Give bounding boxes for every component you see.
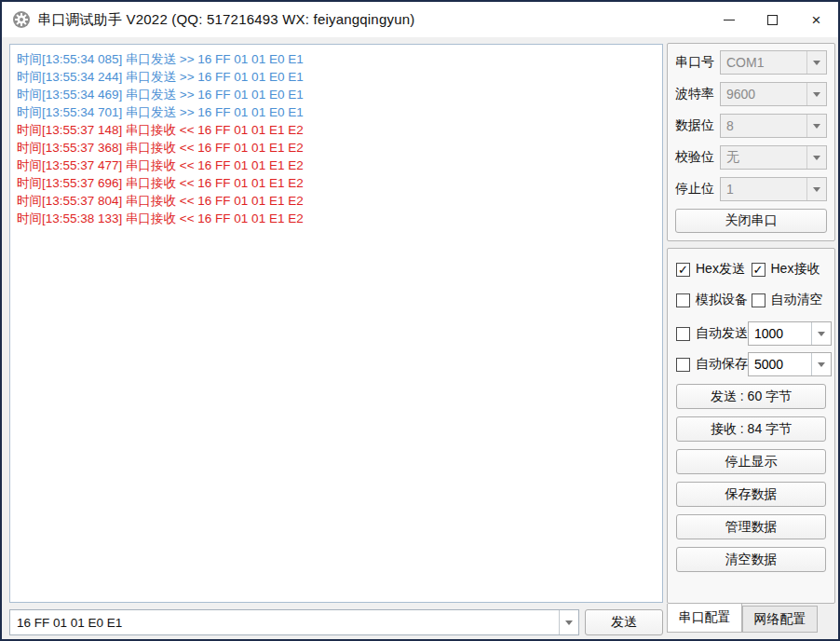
baudrate-dropdown-button <box>806 83 826 105</box>
auto-send-label: 自动发送 <box>696 325 748 342</box>
checkbox-icon <box>676 358 690 372</box>
baudrate-select[interactable]: 9600 <box>720 82 827 106</box>
log-line: 时间[13:55:37 368] 串口接收 << 16 FF 01 01 E1 … <box>17 139 656 157</box>
options-group: ✓Hex发送✓Hex接收模拟设备自动清空自动发送1000自动保存5000发送 :… <box>667 248 835 604</box>
stopbits-select[interactable]: 1 <box>720 177 827 201</box>
serial-setting-row: 数据位8 <box>675 114 827 138</box>
chevron-down-icon <box>813 187 820 192</box>
stopbits-value: 1 <box>721 182 806 197</box>
log-line: 时间[13:55:38 133] 串口接收 << 16 FF 01 01 E1 … <box>17 210 656 227</box>
port-select[interactable]: COM1 <box>720 50 827 75</box>
baudrate-value: 9600 <box>721 87 806 102</box>
auto-send-dropdown-button <box>811 322 831 345</box>
databits-select[interactable]: 8 <box>720 114 827 138</box>
save-data-button[interactable]: 保存数据 <box>676 482 826 507</box>
log-line: 时间[13:55:34 244] 串口发送 >> 16 FF 01 01 E0 … <box>17 68 656 86</box>
serial-setting-row: 串口号COM1 <box>675 50 827 75</box>
log-line: 时间[13:55:34 701] 串口发送 >> 16 FF 01 01 E0 … <box>17 103 656 121</box>
parity-dropdown-button <box>806 146 826 169</box>
auto-save-value: 5000 <box>749 357 811 372</box>
baudrate-label: 波特率 <box>675 86 720 102</box>
checkbox-icon <box>676 293 690 307</box>
serial-log-area[interactable]: 时间[13:55:34 085] 串口发送 >> 16 FF 01 01 E0 … <box>9 44 663 603</box>
minimize-button[interactable] <box>707 2 751 37</box>
parity-select[interactable]: 无 <box>720 145 827 170</box>
serial-settings-group: 串口号COM1波特率9600数据位8校验位无停止位1关闭串口 <box>667 43 835 241</box>
sent-count-button[interactable]: 发送 : 60 字节 <box>676 384 826 409</box>
tab-serial-config[interactable]: 串口配置 <box>667 604 742 633</box>
port-value: COM1 <box>721 55 806 70</box>
minimize-icon <box>724 20 735 20</box>
auto-clear-label: 自动清空 <box>771 292 823 308</box>
checkbox-row: ✓Hex发送✓Hex接收 <box>676 260 826 279</box>
chevron-down-icon <box>818 362 825 367</box>
log-line: 时间[13:55:37 804] 串口接收 << 16 FF 01 01 E1 … <box>17 192 656 210</box>
stopbits-dropdown-button <box>806 178 826 200</box>
maximize-icon <box>767 15 778 25</box>
checkbox-icon: ✓ <box>752 263 765 277</box>
manage-data-button[interactable]: 管理数据 <box>676 514 826 539</box>
auto-save-label: 自动保存 <box>696 356 748 373</box>
serial-setting-row: 停止位1 <box>675 177 827 201</box>
hex-recv-checkbox[interactable]: ✓Hex接收 <box>752 261 827 278</box>
stop-display-button[interactable]: 停止显示 <box>676 449 826 474</box>
stopbits-label: 停止位 <box>675 181 720 198</box>
auto-send-interval-select[interactable]: 1000 <box>748 321 832 346</box>
close-button[interactable]: × <box>794 2 838 37</box>
hex-recv-label: Hex接收 <box>771 261 820 278</box>
hex-send-checkbox[interactable]: ✓Hex发送 <box>676 261 752 278</box>
log-line: 时间[13:55:37 148] 串口接收 << 16 FF 01 01 E1 … <box>17 121 656 139</box>
log-line: 时间[13:55:37 477] 串口接收 << 16 FF 01 01 E1 … <box>17 157 656 174</box>
auto-save-checkbox[interactable]: 自动保存 <box>676 356 748 373</box>
checkbox-combo-row: 自动发送1000 <box>676 321 826 346</box>
send-data-combobox[interactable] <box>9 609 579 635</box>
databits-dropdown-button <box>806 115 826 137</box>
window-controls: × <box>707 2 838 37</box>
log-line: 时间[13:55:34 085] 串口发送 >> 16 FF 01 01 E0 … <box>17 50 656 68</box>
chevron-down-icon <box>813 92 820 97</box>
hex-send-label: Hex发送 <box>696 261 745 278</box>
port-dropdown-button <box>806 51 826 74</box>
checkbox-row: 模拟设备自动清空 <box>676 291 826 309</box>
chevron-down-icon <box>813 124 820 129</box>
parity-label: 校验位 <box>675 149 720 166</box>
recv-count-button[interactable]: 接收 : 84 字节 <box>676 416 826 442</box>
title-bar: 串口调试助手 V2022 (QQ: 517216493 WX: feiyangq… <box>2 2 838 37</box>
auto-save-dropdown-button <box>811 353 831 375</box>
send-button[interactable]: 发送 <box>585 609 663 635</box>
close-icon: × <box>812 12 821 28</box>
checkbox-icon <box>752 293 765 307</box>
app-window: 串口调试助手 V2022 (QQ: 517216493 WX: feiyangq… <box>0 0 840 641</box>
serial-setting-row: 校验位无 <box>675 145 827 170</box>
auto-save-interval-select[interactable]: 5000 <box>748 352 832 376</box>
send-data-input[interactable] <box>10 610 559 634</box>
chevron-down-icon <box>818 332 825 336</box>
chevron-down-icon <box>813 61 820 65</box>
window-title: 串口调试助手 V2022 (QQ: 517216493 WX: feiyangq… <box>37 11 414 29</box>
send-history-dropdown-button[interactable] <box>559 610 578 634</box>
app-gear-icon <box>13 11 30 28</box>
auto-clear-checkbox[interactable]: 自动清空 <box>752 292 827 308</box>
checkbox-icon: ✓ <box>676 263 690 277</box>
checkbox-icon <box>676 327 690 341</box>
sim-device-label: 模拟设备 <box>696 292 748 308</box>
databits-value: 8 <box>721 118 806 133</box>
checkbox-combo-row: 自动保存5000 <box>676 352 826 376</box>
port-label: 串口号 <box>675 54 720 71</box>
auto-send-value: 1000 <box>749 326 811 341</box>
sim-device-checkbox[interactable]: 模拟设备 <box>676 292 752 308</box>
chevron-down-icon <box>813 156 820 160</box>
auto-send-checkbox[interactable]: 自动发送 <box>676 325 748 342</box>
serial-setting-row: 波特率9600 <box>675 82 827 106</box>
chevron-down-icon <box>565 621 573 625</box>
databits-label: 数据位 <box>675 117 720 134</box>
log-line: 时间[13:55:37 696] 串口接收 << 16 FF 01 01 E1 … <box>17 174 656 192</box>
maximize-button[interactable] <box>751 2 794 37</box>
close-port-button[interactable]: 关闭串口 <box>675 209 827 233</box>
parity-value: 无 <box>721 149 806 166</box>
tab-network-config[interactable]: 网络配置 <box>742 606 818 633</box>
clear-data-button[interactable]: 清空数据 <box>676 547 826 572</box>
config-tabbar: 串口配置网络配置 <box>667 604 818 633</box>
log-line: 时间[13:55:34 469] 串口发送 >> 16 FF 01 01 E0 … <box>17 86 656 103</box>
